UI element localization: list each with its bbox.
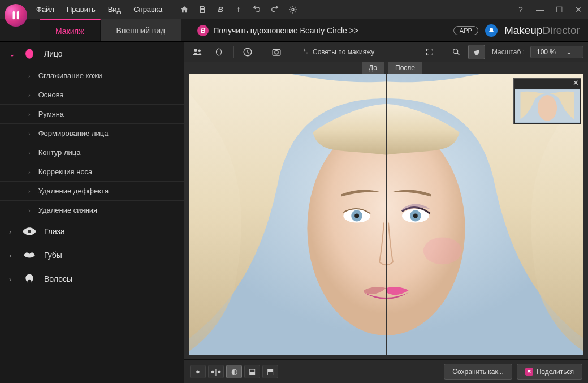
category-face-label: Лицо xyxy=(44,49,63,58)
lips-icon xyxy=(23,250,36,260)
subitem-label: Контур лица xyxy=(38,148,81,157)
separator xyxy=(443,46,443,58)
close-icon[interactable]: ✕ xyxy=(573,79,579,87)
sidebar-item-shine-removal[interactable]: ›Удаление сияния xyxy=(0,200,184,220)
share-button[interactable]: BПоделиться xyxy=(517,364,582,380)
category-eyes-label: Глаза xyxy=(44,227,65,236)
face-detect-icon[interactable] xyxy=(210,45,227,59)
close-button[interactable]: ✕ xyxy=(573,5,583,15)
category-lips[interactable]: › Губы xyxy=(0,243,184,267)
svg-point-16 xyxy=(354,214,359,218)
people-icon[interactable] xyxy=(189,45,206,59)
settings-icon[interactable] xyxy=(288,5,298,15)
image-viewer[interactable]: До После xyxy=(184,62,588,359)
view-dual-dots-icon[interactable]: ●|● xyxy=(208,365,224,378)
facebook-icon[interactable]: f xyxy=(234,5,244,15)
category-eyes[interactable]: › Глаза xyxy=(0,220,184,243)
separator xyxy=(233,46,234,58)
svg-point-5 xyxy=(217,49,222,55)
chevron-right-icon: › xyxy=(9,251,15,260)
save-icon[interactable] xyxy=(197,5,207,15)
svg-point-0 xyxy=(292,8,294,11)
menu-help[interactable]: Справка xyxy=(133,5,162,14)
after-label: После xyxy=(388,62,422,74)
navigator-head: ✕ xyxy=(514,79,581,88)
undo-icon[interactable] xyxy=(252,5,262,15)
view-split-alt-icon[interactable]: ⬒ xyxy=(262,365,278,378)
category-lips-label: Губы xyxy=(44,251,62,260)
hand-tool-icon[interactable] xyxy=(468,45,485,59)
svg-point-19 xyxy=(413,214,418,218)
navigator-panel[interactable]: ✕ xyxy=(513,78,581,124)
save-as-button[interactable]: Сохранить как... xyxy=(444,364,512,380)
notification-icon[interactable] xyxy=(485,24,498,37)
view-single-icon[interactable]: ● xyxy=(190,365,206,378)
sidebar-item-contour[interactable]: ›Контур лица xyxy=(0,143,184,162)
sidebar-item-blemish[interactable]: ›Удаление деффекта xyxy=(0,181,184,200)
subitem-label: Удаление сияния xyxy=(38,206,97,214)
menu-edit[interactable]: Править xyxy=(67,5,96,14)
fullscreen-icon[interactable] xyxy=(421,45,438,59)
subitem-label: Сглаживание кожи xyxy=(38,71,102,80)
advice-label: Советы по макияжу xyxy=(313,48,374,56)
sidebar: ⌄ Лицо ›Сглаживание кожи ›Основа ›Румяна… xyxy=(0,42,184,383)
tab-makeup[interactable]: Макияж xyxy=(40,19,101,41)
tool-row: Советы по макияжу Масштаб : 100 %⌄ xyxy=(184,42,588,62)
before-label: До xyxy=(362,62,384,74)
hair-icon xyxy=(23,274,36,284)
history-icon[interactable] xyxy=(239,45,256,59)
svg-point-7 xyxy=(220,50,221,51)
category-hair[interactable]: › Волосы xyxy=(0,267,184,291)
split-line[interactable] xyxy=(386,74,387,355)
svg-point-22 xyxy=(538,95,557,121)
advice-link[interactable]: Советы по макияжу xyxy=(297,48,378,57)
chevron-right-icon: › xyxy=(28,92,31,98)
category-face[interactable]: ⌄ Лицо xyxy=(0,42,184,66)
beauty-circle-link[interactable]: B Получить вдохновение Beauty Circle >> xyxy=(197,25,358,36)
before-after-labels: До После xyxy=(184,62,588,75)
zoom-select[interactable]: 100 %⌄ xyxy=(530,46,583,58)
beauty-icon[interactable]: B xyxy=(215,5,226,15)
svg-point-6 xyxy=(217,50,218,51)
menu-view[interactable]: Вид xyxy=(108,5,122,14)
canvas-area: Советы по макияжу Масштаб : 100 %⌄ До По… xyxy=(184,42,588,383)
redo-icon[interactable] xyxy=(270,5,280,15)
home-icon[interactable] xyxy=(179,5,189,15)
beauty-circle-icon: B xyxy=(197,25,209,36)
chevron-right-icon: › xyxy=(28,130,31,137)
tool-right: Масштаб : 100 %⌄ xyxy=(421,45,583,59)
tab-appearance[interactable]: Внешний вид xyxy=(101,19,182,41)
bottom-bar: ● ●|● ◐ ⬓ ⬒ Сохранить как... BПоделиться xyxy=(184,359,588,383)
minimize-button[interactable]: — xyxy=(535,5,545,15)
toolbar-icons: B f xyxy=(179,5,298,15)
sidebar-item-shaping[interactable]: ›Формирование лица xyxy=(0,123,184,143)
snapshot-icon[interactable] xyxy=(268,45,285,59)
sidebar-item-blush[interactable]: ›Румяна xyxy=(0,104,184,123)
navigator-thumbnail[interactable] xyxy=(515,89,580,123)
zoom-tool-icon[interactable] xyxy=(448,45,465,59)
menu-bar: Файл Править Вид Справка B f ? — ☐ ✕ xyxy=(0,0,588,19)
subitem-label: Формирование лица xyxy=(38,129,109,137)
window-controls: ? — ☐ ✕ xyxy=(516,5,583,15)
maximize-button[interactable]: ☐ xyxy=(554,5,564,15)
eye-icon xyxy=(23,226,36,236)
subitem-label: Удаление деффекта xyxy=(38,187,109,195)
app-logo xyxy=(5,4,27,27)
save-as-label: Сохранить как... xyxy=(452,368,503,376)
view-split-vertical-icon[interactable]: ◐ xyxy=(226,365,242,378)
view-split-horizontal-icon[interactable]: ⬓ xyxy=(244,365,260,378)
sidebar-item-nose[interactable]: ›Коррекция носа xyxy=(0,162,184,181)
chevron-right-icon: › xyxy=(28,207,31,214)
main-area: ⌄ Лицо ›Сглаживание кожи ›Основа ›Румяна… xyxy=(0,42,588,383)
help-button[interactable]: ? xyxy=(516,5,526,15)
menu-file[interactable]: Файл xyxy=(36,5,54,14)
sidebar-item-foundation[interactable]: ›Основа xyxy=(0,85,184,104)
main-tabs: Макияж Внешний вид xyxy=(40,19,181,41)
chevron-right-icon: › xyxy=(28,111,31,118)
subitem-label: Румяна xyxy=(38,110,64,118)
zoom-label: Масштаб : xyxy=(492,48,525,56)
chevron-right-icon: › xyxy=(9,227,15,236)
app-pill[interactable]: APP xyxy=(453,26,478,35)
beauty-circle-label: Получить вдохновение Beauty Circle >> xyxy=(213,26,358,35)
sidebar-item-skin-smoothing[interactable]: ›Сглаживание кожи xyxy=(0,66,184,85)
